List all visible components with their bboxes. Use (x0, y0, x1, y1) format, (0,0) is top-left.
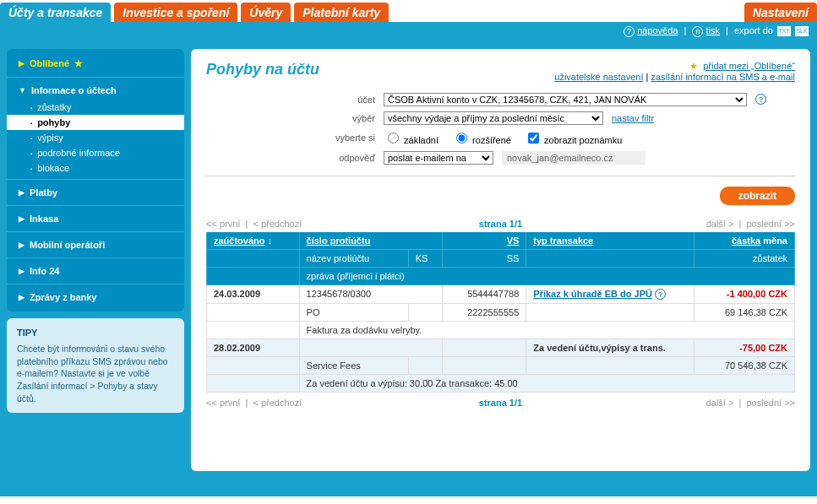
email-field (502, 151, 645, 165)
caret-down-icon: ▼ (19, 86, 26, 95)
sidebar-item-movements[interactable]: pohyby (7, 115, 184, 130)
tab-accounts[interactable]: Účty a transakce (0, 3, 111, 22)
pager-last[interactable]: poslední >> (746, 398, 795, 408)
caret-right-icon: ▶ (19, 214, 25, 223)
th-counter-name: název protiúčtu (299, 249, 408, 267)
th-amount[interactable]: částka měna (694, 232, 794, 250)
cell-type[interactable]: Příkaz k úhradě EB do JPÚ ? (526, 285, 694, 304)
tips-body: Chcete být informováni o stavu svého pla… (17, 343, 174, 404)
th-counter[interactable]: číslo protiúčtu (299, 232, 442, 250)
divider (7, 205, 184, 206)
star-icon: ★ (74, 58, 83, 69)
response-select[interactable]: poslat e-mailem na (384, 151, 493, 165)
set-filter-link[interactable]: nastav filtr (612, 113, 654, 123)
divider (7, 231, 184, 232)
account-label: účet (206, 95, 375, 105)
caret-right-icon: ▶ (19, 267, 25, 275)
pager-last[interactable]: poslední >> (746, 219, 795, 229)
selection-select[interactable]: všechny výdaje a příjmy za poslední měsí… (384, 111, 603, 125)
export-txt[interactable]: TXT (777, 26, 791, 36)
selection-label: výběr (206, 113, 375, 123)
sidebar-section-accounts-label: Informace o účtech (31, 85, 117, 95)
sidebar-item-block[interactable]: blokace (7, 160, 184, 176)
pager-next[interactable]: další > (706, 398, 734, 408)
cell-ss (442, 357, 526, 375)
divider (7, 179, 184, 180)
table-row: Service Fees 70 546,38 CZK (207, 357, 795, 375)
cell-balance: 70 546,38 CZK (694, 357, 794, 375)
pager-page: strana 1/1 (402, 398, 598, 408)
caret-right-icon: ▶ (19, 293, 25, 301)
add-favorite-link[interactable]: přidat mezi „Oblíbené“ (703, 61, 795, 71)
cell-balance: 69 146,38 CZK (694, 304, 794, 322)
export-slk[interactable]: SLK (795, 26, 809, 36)
cell-type: Za vedení účtu,výpisy a trans. (526, 339, 694, 357)
pager-first[interactable]: << první (206, 219, 240, 229)
cell-counter-name: Service Fees (299, 357, 408, 375)
main-panel: Pohyby na účtu ★ přidat mezi „Oblíbené“ … (191, 49, 810, 471)
send-info-link[interactable]: zasílání informací na SMS a e-mail (651, 72, 795, 82)
checkbox-show-note[interactable]: zobrazit poznámku (525, 130, 622, 146)
cell-message: Za vedení účtu a výpisu: 30.00 Za transa… (299, 375, 794, 393)
top-tabs: Účty a transakce Investice a spoření Úvě… (0, 0, 817, 22)
tab-cards[interactable]: Platební karty (294, 3, 389, 22)
sidebar-messages-label: Zprávy z banky (30, 292, 96, 302)
help-icon[interactable]: ? (755, 94, 766, 105)
divider (7, 77, 184, 78)
help-icon[interactable]: ? (655, 289, 666, 300)
cell-amount: -1 400,00 CZK (694, 285, 794, 304)
th-ks: KS (408, 249, 442, 267)
th-vs[interactable]: VS (442, 232, 526, 250)
print-icon[interactable]: n (692, 26, 703, 37)
account-select[interactable]: ČSOB Aktivní konto v CZK, 12345678, CZK,… (384, 93, 747, 106)
sidebar-collections[interactable]: ▶ Inkasa (7, 209, 184, 228)
radio-basic[interactable]: základní (384, 130, 438, 145)
sidebar-payments[interactable]: ▶ Platby (7, 183, 184, 202)
pager-first[interactable]: << první (206, 398, 240, 408)
cell-message: Faktura za dodávku velryby. (299, 322, 794, 339)
sidebar-item-statements[interactable]: výpisy (7, 130, 184, 145)
pager-prev[interactable]: < předchozí (253, 398, 302, 408)
user-settings-link[interactable]: uživatelské nastavení (554, 72, 643, 82)
radio-extended[interactable]: rozšířené (452, 130, 511, 145)
caret-right-icon: ▶ (19, 188, 25, 197)
pager-prev[interactable]: < předchozí (253, 219, 302, 229)
sidebar-mobile[interactable]: ▶ Mobilní operátoři (7, 236, 184, 254)
movements-table: zaúčtováno ↓ číslo protiúčtu VS typ tran… (206, 232, 795, 393)
sidebar-collections-label: Inkasa (30, 214, 58, 224)
cell-counter-name: PO (299, 304, 408, 322)
print-link[interactable]: tisk (706, 25, 721, 35)
caret-right-icon: ▶ (19, 59, 25, 68)
pager-bottom: << první | < předchozí strana 1/1 další … (206, 398, 795, 408)
divider (7, 284, 184, 285)
sidebar-favorites-label: Oblíbené (30, 58, 69, 68)
th-posted[interactable]: zaúčtováno ↓ (207, 232, 300, 250)
cell-amount: -75,00 CZK (694, 339, 794, 357)
cell-date: 28.02.2009 (207, 339, 300, 357)
sidebar-messages[interactable]: ▶ Zprávy z banky (7, 288, 184, 306)
app-body: ▶ Oblíbené ★ ▼ Informace o účtech zůstat… (0, 41, 817, 496)
th-type[interactable]: typ transakce (526, 232, 694, 250)
tab-loans[interactable]: Úvěry (241, 3, 291, 22)
help-link[interactable]: nápověda (637, 25, 678, 35)
table-row: 28.02.2009 Za vedení účtu,výpisy a trans… (207, 339, 795, 357)
show-button[interactable]: zobrazit (720, 187, 795, 205)
pager-next[interactable]: další > (706, 219, 734, 229)
cell-date: 24.03.2009 (207, 285, 300, 304)
table-row: Faktura za dodávku velryby. (207, 322, 795, 339)
cell-vs (442, 339, 526, 357)
sidebar-section-accounts[interactable]: ▼ Informace o účtech (7, 81, 184, 100)
table-row: Za vedení účtu a výpisu: 30.00 Za transa… (207, 375, 795, 393)
sidebar-favorites[interactable]: ▶ Oblíbené ★ (7, 54, 184, 73)
sidebar-item-balances[interactable]: zůstatky (7, 100, 184, 115)
sidebar-info24[interactable]: ▶ Info 24 (7, 262, 184, 280)
tab-settings[interactable]: Nastavení (744, 3, 817, 22)
filter-form: účet ČSOB Aktivní konto v CZK, 12345678,… (206, 90, 795, 176)
cell-counter-acct (299, 339, 442, 357)
sidebar-item-details[interactable]: podrobné informace (7, 145, 184, 160)
side-panel: ▶ Oblíbené ★ ▼ Informace o účtech zůstat… (7, 49, 184, 312)
export-label: export do (734, 25, 773, 35)
star-icon: ★ (689, 61, 698, 71)
tab-investments[interactable]: Investice a spoření (114, 3, 237, 22)
help-icon[interactable]: ? (624, 26, 635, 37)
